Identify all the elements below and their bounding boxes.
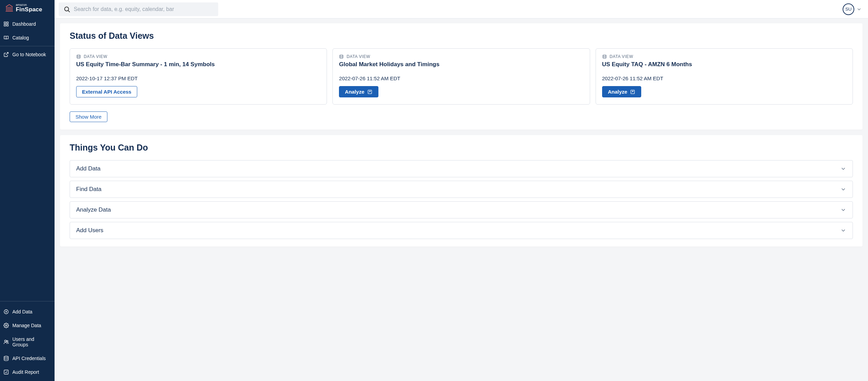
external-api-access-button[interactable]: External API Access [76, 86, 137, 97]
sidebar-item-label: Go to Notebook [12, 52, 46, 57]
show-more-button[interactable]: Show More [70, 111, 107, 122]
search-input[interactable] [74, 6, 213, 12]
accordion-item-add-data[interactable]: Add Data [70, 160, 853, 177]
accordion-item-label: Find Data [76, 186, 102, 193]
accordion-item-find-data[interactable]: Find Data [70, 181, 853, 198]
chevron-down-icon [840, 186, 846, 192]
sidebar-item-audit-report[interactable]: Audit Report [0, 365, 55, 379]
things-panel: Things You Can Do Add Data Find Data Ana… [60, 135, 863, 247]
card-date: 2022-10-17 12:37 PM EDT [76, 75, 320, 81]
sidebar-item-users-groups[interactable]: Users and Groups [0, 332, 55, 352]
sidebar-item-catalog[interactable]: Catalog [0, 31, 55, 45]
card-tag: DATA VIEW [602, 54, 846, 59]
sidebar-item-api-credentials[interactable]: API Credentials [0, 352, 55, 365]
nav-divider [0, 301, 55, 301]
brand-text: amazon FinSpace [16, 3, 42, 12]
gear-icon [3, 323, 9, 328]
button-label: External API Access [82, 89, 131, 95]
svg-rect-7 [7, 22, 8, 24]
sidebar-item-add-data[interactable]: Add Data [0, 305, 55, 319]
things-accordion: Add Data Find Data Analyze Data Add User… [70, 160, 853, 239]
card-title: Global Market Holidays and Timings [339, 61, 583, 68]
accordion-item-label: Add Data [76, 165, 101, 172]
panel-title: Things You Can Do [70, 143, 853, 153]
svg-point-15 [4, 340, 6, 342]
content: Status of Data Views DATA VIEW US Equity… [55, 19, 868, 251]
svg-point-25 [603, 55, 606, 56]
chevron-down-icon [840, 207, 846, 213]
users-icon [3, 339, 9, 345]
accordion-item-label: Analyze Data [76, 206, 111, 213]
status-panel: Status of Data Views DATA VIEW US Equity… [60, 23, 863, 130]
panel-title: Status of Data Views [70, 31, 853, 41]
accordion-item-label: Add Users [76, 227, 103, 234]
button-label: Analyze [345, 89, 364, 95]
sidebar-item-notebook[interactable]: Go to Notebook [0, 48, 55, 61]
database-icon [3, 356, 9, 361]
sidebar-item-label: Users and Groups [12, 336, 51, 347]
sidebar-item-label: Audit Report [12, 369, 39, 375]
sidebar-item-label: Dashboard [12, 21, 36, 27]
open-external-icon [367, 89, 373, 95]
data-view-card: DATA VIEW Global Market Holidays and Tim… [332, 48, 590, 105]
brand-name: FinSpace [16, 7, 42, 12]
analyze-button[interactable]: Analyze [339, 86, 378, 97]
card-tag-label: DATA VIEW [84, 54, 107, 59]
finspace-logo-icon [5, 3, 14, 12]
card-title: US Equity Time-Bar Summary - 1 min, 14 S… [76, 61, 320, 68]
svg-point-21 [77, 55, 80, 56]
sidebar-item-label: API Credentials [12, 356, 46, 361]
book-icon [3, 35, 9, 40]
nav-divider [0, 46, 55, 46]
nav-bottom-section: Add Data Manage Data Users and Groups AP… [0, 303, 55, 381]
card-tag-label: DATA VIEW [347, 54, 370, 59]
sidebar-item-label: Catalog [12, 35, 29, 40]
accordion-item-analyze-data[interactable]: Analyze Data [70, 201, 853, 218]
card-date: 2022-07-26 11:52 AM EDT [339, 75, 583, 81]
sidebar-item-manage-data[interactable]: Manage Data [0, 319, 55, 332]
svg-rect-9 [7, 24, 8, 26]
svg-rect-18 [4, 370, 8, 374]
card-tag-label: DATA VIEW [610, 54, 633, 59]
brand-logo[interactable]: amazon FinSpace [0, 0, 55, 15]
svg-point-17 [4, 356, 8, 357]
search-box[interactable] [59, 2, 218, 16]
user-menu[interactable]: SU [843, 3, 862, 15]
svg-rect-6 [4, 22, 6, 24]
chevron-down-icon [856, 7, 862, 12]
check-square-icon [3, 369, 9, 375]
database-icon [339, 54, 344, 59]
search-icon [63, 6, 70, 13]
data-view-cards: DATA VIEW US Equity Time-Bar Summary - 1… [70, 48, 853, 105]
sidebar-item-label: Add Data [12, 309, 32, 314]
svg-rect-8 [4, 24, 6, 26]
database-icon [76, 54, 81, 59]
svg-line-10 [6, 52, 8, 55]
external-link-icon [3, 52, 9, 57]
svg-point-22 [340, 55, 343, 56]
chevron-down-icon [840, 166, 846, 172]
open-external-icon [630, 89, 635, 95]
data-view-card: DATA VIEW US Equity TAQ - AMZN 6 Months … [596, 48, 853, 105]
nav-top-section: Dashboard Catalog Go to Notebook [0, 15, 55, 63]
svg-point-16 [7, 341, 8, 342]
sidebar-item-label: Manage Data [12, 323, 41, 328]
plus-circle-icon [3, 309, 9, 314]
data-view-card: DATA VIEW US Equity Time-Bar Summary - 1… [70, 48, 327, 105]
card-tag: DATA VIEW [76, 54, 320, 59]
sidebar-item-dashboard[interactable]: Dashboard [0, 17, 55, 31]
avatar: SU [843, 3, 854, 15]
card-title: US Equity TAQ - AMZN 6 Months [602, 61, 846, 68]
main-area: SU Status of Data Views DATA VIEW US Equ… [55, 0, 868, 381]
accordion-item-add-users[interactable]: Add Users [70, 222, 853, 239]
svg-point-19 [64, 7, 69, 11]
svg-point-14 [5, 325, 7, 326]
svg-rect-23 [368, 90, 372, 94]
analyze-button[interactable]: Analyze [602, 86, 642, 97]
topbar: SU [55, 0, 868, 19]
button-label: Analyze [608, 89, 627, 95]
svg-line-20 [68, 10, 70, 12]
sidebar: amazon FinSpace Dashboard Catalog Go to … [0, 0, 55, 381]
svg-rect-26 [631, 90, 635, 94]
card-tag: DATA VIEW [339, 54, 583, 59]
